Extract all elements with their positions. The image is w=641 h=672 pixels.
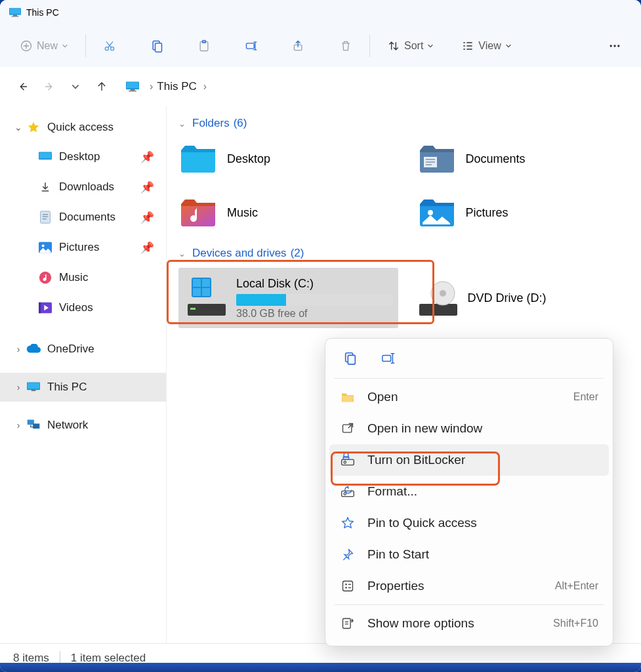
sidebar-label: Network — [47, 419, 88, 432]
rename-button[interactable] — [237, 33, 266, 59]
new-window-icon — [340, 421, 356, 436]
paste-icon — [197, 39, 211, 52]
toolbar: New Sort View — [0, 25, 641, 67]
drive-info: DVD Drive (D:) — [468, 291, 625, 305]
view-button[interactable]: View — [453, 33, 519, 59]
folder-icon — [417, 142, 457, 175]
svg-rect-57 — [343, 619, 351, 629]
sidebar-this-pc[interactable]: › This PC — [0, 373, 166, 402]
folders-grid: Desktop Documents Music Pictures — [178, 138, 629, 234]
sidebar-quick-access[interactable]: ⌄ Quick access — [0, 113, 166, 142]
sidebar-music[interactable]: Music — [0, 262, 166, 293]
ctx-open-new-window[interactable]: Open in new window — [329, 413, 609, 444]
pin-icon: 📌 — [140, 211, 154, 224]
svg-point-44 — [440, 290, 446, 297]
ctx-turn-on-bitlocker[interactable]: Turn on BitLocker — [329, 444, 609, 476]
svg-rect-46 — [348, 355, 355, 364]
ctx-format[interactable]: Format... — [329, 476, 609, 507]
scissors-icon — [103, 39, 116, 52]
ctx-shortcut: Alt+Enter — [555, 580, 598, 592]
arrow-up-icon — [96, 81, 108, 93]
download-icon — [38, 180, 52, 194]
folder-music[interactable]: Music — [178, 192, 391, 234]
sort-icon — [387, 39, 400, 52]
sidebar-onedrive[interactable]: › OneDrive — [0, 335, 166, 364]
sidebar-network[interactable]: › Network — [0, 411, 166, 440]
rename-icon — [245, 39, 258, 52]
sidebar-desktop[interactable]: Desktop 📌 — [0, 142, 166, 172]
folder-documents[interactable]: Documents — [417, 138, 630, 180]
ctx-label: Open — [367, 390, 398, 404]
drive-dvd-d[interactable]: DVD Drive (D:) — [410, 268, 630, 328]
breadcrumb-this-pc[interactable]: This PC — [157, 80, 196, 93]
copy-button[interactable] — [142, 33, 171, 59]
up-button[interactable] — [91, 75, 113, 98]
ctx-label: Pin to Quick access — [367, 516, 477, 530]
forward-button[interactable] — [38, 75, 60, 98]
sidebar-videos[interactable]: Videos — [0, 293, 166, 323]
share-icon — [292, 39, 305, 52]
monitor-icon — [9, 8, 21, 17]
recent-button[interactable] — [64, 75, 87, 98]
svg-rect-42 — [419, 304, 457, 316]
drive-name: Local Disk (C:) — [236, 277, 393, 291]
copy-icon — [343, 351, 358, 366]
svg-rect-27 — [39, 303, 41, 314]
delete-button[interactable] — [331, 33, 360, 59]
share-button[interactable] — [284, 33, 313, 59]
svg-rect-1 — [10, 9, 21, 14]
sidebar: ⌄ Quick access Desktop 📌 Downloads 📌 Doc… — [0, 106, 167, 643]
network-icon — [26, 418, 41, 432]
drive-free-text: 38.0 GB free of — [236, 308, 393, 320]
folder-label: Pictures — [466, 206, 508, 220]
separator — [335, 604, 604, 605]
svg-point-50 — [344, 461, 346, 463]
folder-icon — [417, 196, 457, 229]
svg-point-14 — [613, 45, 615, 47]
drives-group-header[interactable]: ⌄ Devices and drives (2) — [178, 247, 629, 260]
sidebar-documents[interactable]: Documents 📌 — [0, 202, 166, 232]
folders-group-header[interactable]: ⌄ Folders (6) — [178, 117, 629, 130]
separator — [335, 378, 604, 379]
pin-icon: 📌 — [140, 241, 154, 255]
svg-rect-41 — [202, 288, 210, 296]
group-count: (6) — [234, 117, 247, 130]
pin-icon: 📌 — [140, 180, 154, 194]
ctx-show-more-options[interactable]: Show more options Shift+F10 — [329, 608, 609, 639]
taskbar — [0, 663, 641, 672]
sort-button[interactable]: Sort — [379, 33, 442, 59]
ctx-pin-start[interactable]: Pin to Start — [329, 539, 609, 570]
copy-action[interactable] — [341, 349, 360, 368]
back-button[interactable] — [12, 75, 34, 98]
svg-rect-18 — [131, 89, 135, 91]
document-icon — [38, 210, 52, 224]
separator — [85, 35, 86, 57]
svg-point-24 — [42, 244, 45, 247]
pin-icon: 📌 — [140, 150, 154, 164]
titlebar: This PC — [0, 0, 641, 25]
more-button[interactable] — [600, 33, 629, 59]
chevron-down-icon — [427, 43, 434, 49]
ctx-pin-quick-access[interactable]: Pin to Quick access — [329, 507, 609, 539]
svg-rect-36 — [190, 308, 196, 310]
svg-point-56 — [345, 587, 347, 589]
folder-pictures[interactable]: Pictures — [417, 192, 630, 234]
separator — [369, 35, 370, 57]
capacity-fill — [236, 294, 286, 306]
address-bar[interactable]: › This PC › — [126, 74, 629, 100]
sidebar-pictures[interactable]: Pictures 📌 — [0, 232, 166, 262]
ctx-open[interactable]: Open Enter — [329, 381, 609, 413]
drive-local-c[interactable]: Local Disk (C:) 38.0 GB free of — [178, 268, 398, 328]
pin-icon — [340, 547, 356, 562]
context-quick-actions — [329, 344, 609, 375]
paste-button[interactable] — [190, 33, 218, 59]
sidebar-downloads[interactable]: Downloads 📌 — [0, 172, 166, 202]
ctx-properties[interactable]: Properties Alt+Enter — [329, 570, 609, 602]
new-button[interactable]: New — [12, 33, 76, 59]
folder-desktop[interactable]: Desktop — [178, 138, 391, 180]
folder-label: Music — [227, 206, 258, 220]
cut-button[interactable] — [95, 33, 124, 59]
rename-action[interactable] — [379, 349, 398, 368]
svg-point-55 — [345, 583, 347, 585]
ctx-label: Turn on BitLocker — [367, 453, 465, 467]
